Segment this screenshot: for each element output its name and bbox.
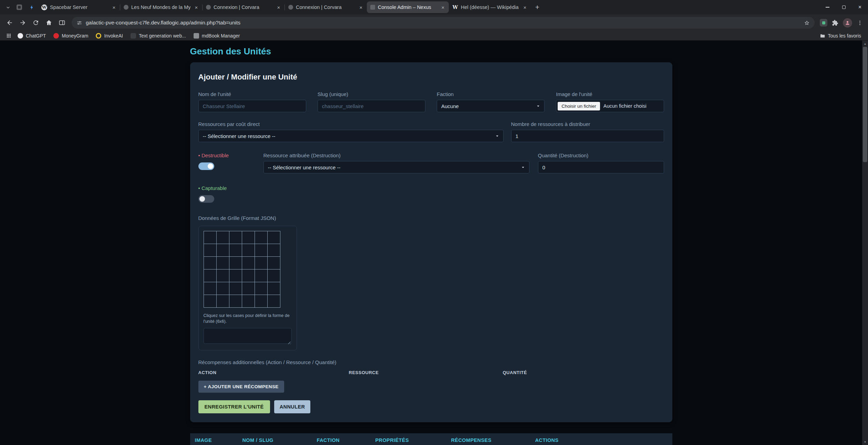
faction-select[interactable]: Aucune [437,100,545,112]
tab-close-icon[interactable]: × [522,4,528,10]
scroll-down-arrow-icon[interactable]: ▼ [862,439,868,445]
bookmark-moneygram[interactable]: MoneyGram [50,32,91,40]
tab-hel-wikipedia[interactable]: W Hel (déesse) — Wikipédia × [449,1,531,13]
new-tab-button[interactable]: + [532,2,542,12]
grid-cell[interactable] [217,269,229,282]
grid-cell[interactable] [255,231,268,244]
pinned-tab-app[interactable] [13,1,25,13]
tab-close-icon[interactable]: × [358,4,364,10]
tab-close-icon[interactable]: × [440,4,446,10]
close-window-button[interactable]: × [852,0,868,14]
grid-cell[interactable] [242,244,255,257]
cancel-button[interactable]: ANNULER [274,400,311,413]
scroll-up-arrow-icon[interactable]: ▲ [862,41,868,46]
grid-cell[interactable] [229,295,242,308]
grid-cell[interactable] [255,295,268,308]
grid-cell[interactable] [217,257,229,269]
capturable-toggle[interactable] [198,195,214,203]
reload-button[interactable] [30,17,42,29]
bookmark-chatgpt[interactable]: ChatGPT [14,32,49,40]
grid-cell[interactable] [204,295,217,308]
grid-cell[interactable] [268,257,280,269]
grid-cell[interactable] [217,244,229,257]
unit-name-input[interactable] [198,100,306,112]
destruction-resource-select[interactable]: -- Sélectionner une ressource -- [264,161,529,173]
bookmark-text-generation[interactable]: Text generation web... [127,32,189,40]
grid-cell[interactable] [242,231,255,244]
choose-file-button[interactable]: Choisir un fichier [558,102,600,110]
rewards-col-action: ACTION [198,370,349,375]
tab-connexion-corvara-2[interactable]: Connexion | Corvara × [285,1,367,13]
home-button[interactable] [43,17,55,29]
grid-cell[interactable] [204,257,217,269]
grid-cell[interactable] [255,282,268,295]
tab-close-icon[interactable]: × [276,4,282,10]
tab-console-admin-nexus[interactable]: Console Admin – Nexus × [367,1,449,13]
address-bar[interactable]: galactic-pve-conquest-c7fe.dev.flatlogic… [72,17,815,29]
extension-icon[interactable] [820,19,827,27]
tab-connexion-corvara-1[interactable]: Connexion | Corvara × [203,1,285,13]
resource-count-input[interactable] [511,130,664,142]
unit-image-file-input[interactable]: Choisir un fichier Aucun fichier choisi [556,100,664,112]
grid-cell[interactable] [217,295,229,308]
tab-close-icon[interactable]: × [193,4,199,10]
site-settings-tune-icon[interactable] [76,20,82,26]
pinned-tab-bolt[interactable] [25,1,38,13]
grid-cell[interactable] [268,269,280,282]
url-text[interactable]: galactic-pve-conquest-c7fe.dev.flatlogic… [86,20,800,26]
grid-cell[interactable] [268,244,280,257]
slug-input[interactable] [318,100,425,112]
grid-cell[interactable] [204,244,217,257]
grid-cell[interactable] [204,231,217,244]
destruction-qty-input[interactable] [538,161,664,173]
profile-avatar[interactable] [843,18,852,28]
grid-cell[interactable] [217,231,229,244]
back-button[interactable] [3,17,16,29]
tab-close-icon[interactable]: × [111,4,117,10]
grid-cell[interactable] [229,269,242,282]
grid-cell[interactable] [242,282,255,295]
forward-button[interactable] [17,17,29,29]
destructible-label: • Destructible [198,152,255,158]
col-properties: PROPRIÉTÉS [371,437,446,443]
col-rewards: RÉCOMPENSES [446,437,530,443]
tab-neuf-mondes[interactable]: Les Neuf Mondes de la Mythol... × [120,1,202,13]
grid-cell[interactable] [268,231,280,244]
grid-cell[interactable] [204,282,217,295]
bookmark-invokeai[interactable]: InvokeAI [93,32,126,40]
grid-json-textarea[interactable] [204,328,292,344]
page-scrollbar[interactable]: ▲ ▼ [862,41,868,445]
apps-grid-icon[interactable] [4,32,13,40]
destructible-toggle[interactable] [198,162,214,170]
grid-cell[interactable] [255,244,268,257]
extensions-puzzle-icon[interactable] [830,18,840,28]
grid-cell[interactable] [229,282,242,295]
add-reward-button[interactable]: + AJOUTER UNE RÉCOMPENSE [198,381,284,393]
tab-spacebar-server[interactable]: W Spacebar Server × [38,1,120,13]
grid-cell[interactable] [229,244,242,257]
resource-count-label: Nombre de ressources à distribuer [511,121,664,127]
scrollbar-thumb[interactable] [863,47,867,162]
cost-resource-select[interactable]: -- Sélectionner une ressource -- [198,130,504,142]
minimize-button[interactable] [819,0,836,14]
browser-menu-kebab-icon[interactable] [855,18,865,28]
save-unit-button[interactable]: ENREGISTRER L'UNITÉ [198,400,270,413]
grid-cell[interactable] [268,295,280,308]
moneygram-icon [53,33,59,39]
grid-cell[interactable] [242,295,255,308]
grid-cell[interactable] [242,257,255,269]
all-bookmarks-button[interactable]: Tous les favoris [817,33,864,39]
bookmark-star-icon[interactable] [804,20,810,26]
grid-cell[interactable] [255,269,268,282]
bookmark-mdbook-manager[interactable]: mdBook Manager [190,32,243,40]
grid-cell[interactable] [268,282,280,295]
grid-cell[interactable] [204,269,217,282]
grid-cell[interactable] [242,269,255,282]
side-panel-button[interactable] [56,17,68,29]
grid-cell[interactable] [229,257,242,269]
maximize-button[interactable] [836,0,852,14]
grid-cell[interactable] [255,257,268,269]
grid-cell[interactable] [229,231,242,244]
tab-search-icon[interactable] [3,3,12,12]
grid-cell[interactable] [217,282,229,295]
